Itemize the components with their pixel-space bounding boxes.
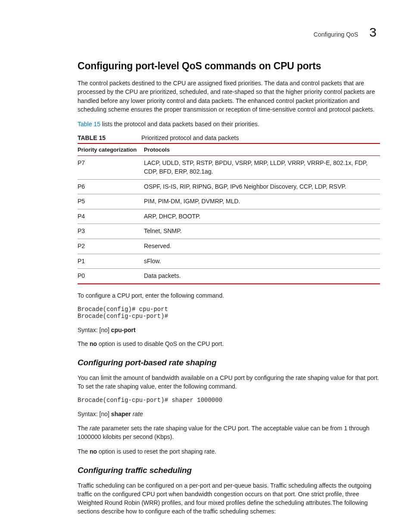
cell-priority: P2 [78, 239, 144, 254]
breadcrumb: Configuring QoS [314, 31, 358, 38]
cell-protocols: Telnet, SNMP. [144, 224, 380, 239]
cell-protocols: Data packets. [144, 269, 380, 284]
cell-protocols: PIM, PIM-DM, IGMP, DVMRP, MLD. [144, 194, 380, 209]
rate-intro: You can limit the amount of bandwidth av… [78, 373, 380, 391]
table-header-row: Priority categorization Protocols [78, 143, 380, 156]
cell-protocols: ARP, DHCP, BOOTP. [144, 209, 380, 224]
table-row: P7LACP, UDLD, STP, RSTP, BPDU, VSRP, MRP… [78, 156, 380, 179]
rb: rate [90, 425, 100, 432]
no-option-note-shaper: The no option is used to reset the port … [78, 447, 380, 456]
syntax-arg: rate [133, 411, 143, 417]
cell-priority: P4 [78, 209, 144, 224]
syntax-line-shaper: Syntax: [no] shaper rate [78, 410, 380, 418]
cell-priority: P3 [78, 224, 144, 239]
col-priority: Priority categorization [78, 143, 144, 156]
scheduling-paragraph: Traffic scheduling can be configured on … [78, 481, 380, 516]
table-lead-paragraph: Table 15 lists the protocol and data pac… [78, 120, 380, 128]
table-row: P4ARP, DHCP, BOOTP. [78, 209, 380, 224]
table-lead-text: lists the protocol and data packets base… [100, 121, 259, 128]
cell-priority: P5 [78, 194, 144, 209]
syntax-no: [no] [100, 411, 111, 417]
table-row: P6OSPF, IS-IS, RIP, RIPNG, BGP, IPv6 Nei… [78, 179, 380, 194]
cell-protocols: sFlow. [144, 254, 380, 269]
syntax-no: [no] [100, 327, 111, 333]
subsection-traffic-scheduling: Configuring traffic scheduling [78, 466, 380, 475]
table-row: P1sFlow. [78, 254, 380, 269]
no-option-note-cpu: The no option is used to disable QoS on … [78, 339, 380, 348]
rnb: no [90, 448, 97, 455]
table-row: P0Data packets. [78, 269, 380, 284]
syntax-line-cpu: Syntax: [no] cpu-port [78, 326, 380, 334]
cell-protocols: LACP, UDLD, STP, RSTP, BPDU, VSRP, MRP, … [144, 156, 380, 179]
no-c: option is used to disable QoS on the CPU… [97, 340, 224, 347]
priority-table: Priority categorization Protocols P7LACP… [78, 143, 380, 284]
cell-priority: P7 [78, 156, 144, 179]
subsection-rate-shaping: Configuring port-based rate shaping [78, 358, 380, 367]
cell-protocols: OSPF, IS-IS, RIP, RIPNG, BGP, IPv6 Neigh… [144, 179, 380, 194]
page-header: Configuring QoS 3 [31, 25, 377, 40]
code-block-shaper: Brocade(config-cpu-port)# shaper 1000000 [78, 397, 380, 404]
section-heading: Configuring port-level QoS commands on C… [78, 60, 380, 72]
table-row: P3Telnet, SNMP. [78, 224, 380, 239]
document-page: Configuring QoS 3 Configuring port-level… [0, 0, 411, 532]
cell-priority: P0 [78, 269, 144, 284]
rc: parameter sets the rate shaping value fo… [78, 425, 370, 440]
ra: The [78, 425, 90, 432]
cell-priority: P6 [78, 179, 144, 194]
cell-protocols: Reserved. [144, 239, 380, 254]
table-caption-row: TABLE 15 Prioritized protocol and data p… [78, 134, 380, 141]
table-row: P2Reserved. [78, 239, 380, 254]
syntax-prefix: Syntax: [78, 411, 100, 417]
intro-paragraph: The control packets destined to the CPU … [78, 79, 380, 114]
col-protocols: Protocols [144, 143, 380, 156]
no-a: The [78, 340, 90, 347]
no-b: no [90, 340, 97, 347]
chapter-number: 3 [369, 25, 377, 40]
table-row: P5PIM, PIM-DM, IGMP, DVMRP, MLD. [78, 194, 380, 209]
table-caption: Prioritized protocol and data packets [141, 134, 239, 141]
rate-param-note: The rate parameter sets the rate shaping… [78, 424, 380, 442]
syntax-cmd: shaper [111, 411, 133, 417]
code-block-cpu: Brocade(config)# cpu-port Brocade(config… [78, 306, 380, 320]
content-area: Configuring port-level QoS commands on C… [78, 60, 380, 516]
rna: The [78, 448, 90, 455]
cell-priority: P1 [78, 254, 144, 269]
config-instruction: To configure a CPU port, enter the follo… [78, 291, 380, 300]
table-label: TABLE 15 [78, 134, 141, 141]
syntax-cmd: cpu-port [111, 327, 136, 333]
syntax-prefix: Syntax: [78, 327, 100, 333]
table-reference-link[interactable]: Table 15 [78, 121, 100, 128]
rnc: option is used to reset the port shaping… [97, 448, 216, 455]
